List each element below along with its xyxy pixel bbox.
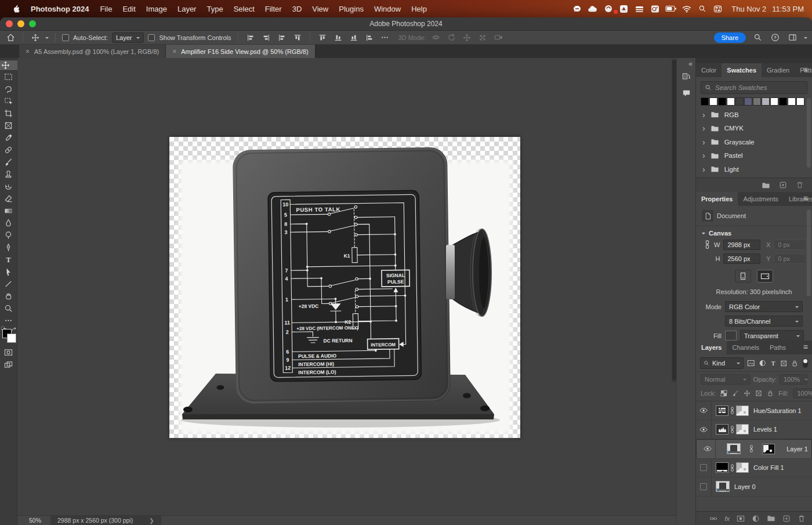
align-right-icon[interactable] [276, 32, 288, 43]
color-fill-thumbnail[interactable] [716, 462, 728, 473]
bit-depth-dropdown[interactable]: 8 Bits/Channel [725, 316, 803, 327]
tab-layers[interactable]: Layers [696, 341, 727, 354]
comments-panel-icon[interactable] [679, 86, 693, 100]
marquee-tool[interactable] [1, 71, 16, 83]
3d-slide-icon[interactable] [477, 32, 488, 43]
zoom-level-field[interactable]: 50% [17, 517, 50, 524]
brush-tool[interactable] [1, 156, 16, 168]
menu-view[interactable]: View [307, 5, 334, 13]
swatches-search-field[interactable]: Search Swatches [701, 81, 807, 94]
background-color-swatch[interactable] [7, 334, 16, 343]
layer-image-thumbnail[interactable] [716, 481, 730, 492]
lasso-tool[interactable] [1, 83, 16, 95]
edit-toolbar-icon[interactable] [1, 314, 16, 327]
auto-select-dropdown[interactable]: Layer [112, 32, 144, 43]
spotlight-icon[interactable] [694, 5, 710, 13]
chevron-down-icon[interactable] [804, 37, 807, 41]
history-panel-icon[interactable] [679, 70, 693, 84]
layer-visibility-toggle[interactable] [696, 421, 712, 439]
layer-name[interactable]: Hue/Saturation 1 [753, 407, 802, 414]
layer-visibility-toggle-off[interactable] [696, 459, 712, 477]
distribute-horizontal-icon[interactable] [292, 32, 303, 43]
layer-mask-thumbnail[interactable] [736, 405, 749, 416]
auto-select-checkbox[interactable] [62, 34, 69, 41]
lock-position-icon[interactable] [744, 390, 751, 397]
gradient-tool[interactable] [1, 205, 16, 217]
layer-visibility-toggle-off[interactable] [696, 477, 712, 496]
pen-tool[interactable] [1, 241, 16, 254]
type-tool[interactable] [1, 254, 16, 266]
document-canvas[interactable]: 10 5 8 3 7 4 1 11 2 6 9 [169, 137, 520, 438]
menu-3d[interactable]: 3D [287, 5, 307, 13]
hue-saturation-thumbnail[interactable] [716, 405, 728, 416]
align-bottom-icon[interactable] [348, 32, 360, 43]
color-mode-dropdown[interactable]: RGB Color [725, 301, 803, 312]
filter-adjustment-layers-icon[interactable] [759, 359, 766, 367]
frame-tool[interactable] [1, 120, 16, 132]
width-field[interactable]: 2988 px [723, 240, 760, 250]
3d-camera-icon[interactable] [492, 32, 504, 43]
link-layers-icon[interactable] [709, 515, 717, 523]
delete-layer-icon[interactable] [798, 515, 806, 523]
menu-filter[interactable]: Filter [260, 5, 287, 13]
window-title-bar[interactable]: Adobe Photoshop 2024 [0, 17, 812, 31]
menubar-extra-icon-1[interactable] [569, 5, 585, 13]
quick-mask-button[interactable] [1, 346, 16, 359]
new-layer-icon[interactable] [782, 515, 791, 523]
blur-tool[interactable] [1, 217, 16, 229]
filter-shape-layers-icon[interactable] [780, 360, 787, 367]
layer-name[interactable]: Color Fill 1 [753, 464, 784, 471]
panel-menu-icon[interactable]: ≡ [803, 65, 808, 74]
fill-dropdown[interactable]: Transparent [740, 330, 804, 341]
swatch-group-pastel[interactable]: ›Pastel [696, 149, 812, 163]
clone-stamp-tool[interactable] [1, 168, 16, 180]
menu-edit[interactable]: Edit [117, 5, 140, 13]
line-tool[interactable] [1, 278, 16, 290]
layer-row-color-fill[interactable]: Color Fill 1 [696, 459, 812, 478]
distribute-vertical-icon[interactable] [364, 32, 375, 43]
new-group-icon[interactable] [762, 181, 770, 190]
menubar-extra-icon-5[interactable] [647, 5, 663, 13]
menubar-clock[interactable]: 11:53 PM [766, 5, 804, 13]
filter-kind-dropdown[interactable]: Kind [700, 357, 744, 369]
layer-name[interactable]: Layer 1 [786, 446, 808, 452]
layer-visibility-toggle[interactable] [700, 440, 716, 458]
layer-row-hue-saturation[interactable]: Hue/Saturation 1 [696, 401, 812, 421]
dodge-tool[interactable] [1, 229, 16, 241]
3d-orbit-icon[interactable] [430, 32, 441, 43]
fill-opacity-field[interactable]: 100% [793, 388, 812, 399]
layer-mask-thumbnail[interactable] [736, 424, 749, 435]
levels-thumbnail[interactable] [716, 424, 728, 435]
swatch[interactable] [718, 97, 726, 106]
close-window-button[interactable] [6, 20, 13, 27]
tab-swatches[interactable]: Swatches [722, 63, 762, 77]
layer-row-levels[interactable]: Levels 1 [696, 421, 812, 440]
tab-gradients[interactable]: Gradien [762, 63, 795, 77]
menu-select[interactable]: Select [229, 5, 260, 13]
healing-brush-tool[interactable] [1, 144, 16, 156]
link-dimensions-icon[interactable] [704, 240, 710, 249]
add-layer-mask-icon[interactable] [737, 515, 745, 523]
wifi-icon[interactable] [679, 5, 694, 13]
3d-pan-icon[interactable] [461, 32, 473, 43]
section-collapse-icon[interactable] [702, 233, 705, 236]
fill-swatch[interactable] [725, 331, 737, 341]
move-tool-preset-icon[interactable] [30, 32, 41, 43]
swatch[interactable] [727, 97, 735, 106]
more-align-options-icon[interactable] [379, 32, 391, 43]
lock-all-icon[interactable] [767, 390, 774, 397]
filter-type-layers-icon[interactable] [770, 360, 777, 367]
align-middle-icon[interactable] [332, 32, 344, 43]
swatch-group-rgb[interactable]: ›RGB [696, 108, 812, 122]
opacity-field[interactable]: 100% [780, 374, 807, 385]
swatch-group-grayscale[interactable]: ›Grayscale [696, 135, 812, 149]
swatch[interactable] [701, 97, 709, 106]
swatch[interactable] [709, 97, 717, 106]
help-icon[interactable] [769, 32, 781, 43]
share-button[interactable]: Share [714, 32, 746, 43]
swatch[interactable] [796, 97, 804, 106]
swatch[interactable] [735, 97, 744, 106]
menu-help[interactable]: Help [406, 5, 432, 13]
menu-type[interactable]: Type [201, 5, 228, 13]
panel-menu-icon[interactable]: ≡ [803, 194, 808, 203]
